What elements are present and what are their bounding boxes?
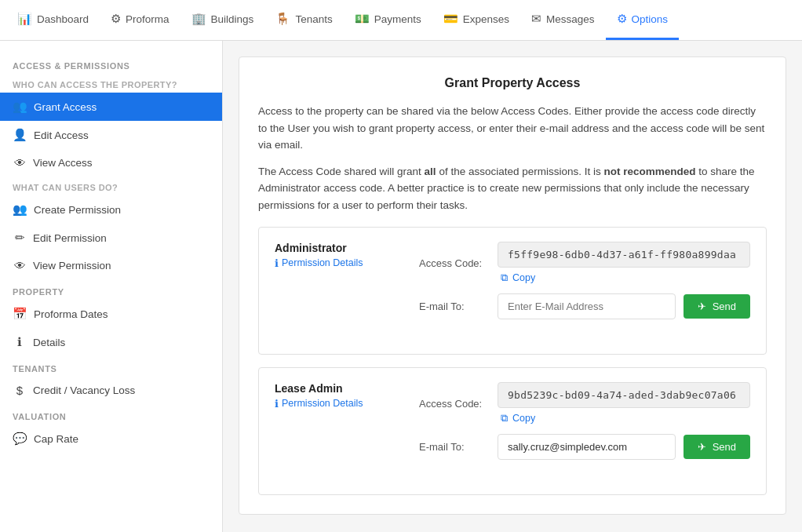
administrator-copy-button[interactable]: Copy: [498, 271, 750, 286]
nav-expenses-label: Expenses: [463, 13, 509, 25]
nav-expenses[interactable]: 💳 Expenses: [432, 0, 520, 40]
sidebar-item-credit-vacancy[interactable]: $ Credit / Vacancy Loss: [0, 377, 222, 404]
sidebar-item-label: Edit Permission: [33, 232, 107, 244]
sidebar-item-label: View Access: [33, 157, 93, 169]
section-valuation-label: Valuation: [0, 404, 222, 425]
section-access-label: Access & Permissions: [0, 53, 222, 74]
sidebar-item-proforma-dates[interactable]: 📅 Proforma Dates: [0, 300, 222, 328]
lease-admin-copy-button[interactable]: Copy: [498, 411, 750, 426]
messages-icon: ✉: [531, 12, 541, 26]
view-access-icon: 👁: [13, 156, 27, 169]
lease-admin-code-row: Access Code: 9bd5239c-bd09-4a74-aded-3da…: [419, 382, 750, 426]
sidebar-item-label: Create Permission: [34, 204, 121, 216]
send-icon-2: [698, 441, 708, 453]
main-content: Grant Property Access Access to the prop…: [223, 41, 802, 532]
dashboard-icon: 📊: [17, 12, 32, 26]
nav-proforma-label: Proforma: [126, 13, 170, 25]
nav-options-label: Options: [632, 13, 669, 25]
top-nav: 📊 Dashboard ⚙ Proforma 🏢 Buildings 🪑 Ten…: [0, 0, 802, 41]
sidebar-item-view-permission[interactable]: 👁 View Permission: [0, 252, 222, 279]
nav-payments[interactable]: 💵 Payments: [344, 0, 432, 40]
expenses-icon: 💳: [443, 12, 458, 26]
sidebar-item-edit-access[interactable]: 👤 Edit Access: [0, 121, 222, 149]
sidebar-item-label: View Permission: [33, 260, 111, 271]
lease-admin-send-button[interactable]: Send: [684, 435, 750, 459]
subsection-who-label: Who Can Access The Property?: [0, 74, 222, 93]
sidebar: Access & Permissions Who Can Access The …: [0, 41, 223, 532]
card-desc-1: Access to the property can be shared via…: [258, 103, 767, 154]
sidebar-item-view-access[interactable]: 👁 View Access: [0, 149, 222, 177]
section-property-label: Property: [0, 279, 222, 300]
copy-icon: [501, 272, 509, 284]
tenants-icon: 🪑: [275, 12, 290, 26]
create-permission-icon: 👥: [13, 202, 27, 217]
sidebar-item-label: Grant Access: [34, 101, 97, 113]
proforma-icon: ⚙: [111, 12, 121, 26]
administrator-email-row: E-mail To: Send: [419, 293, 750, 319]
nav-tenants-label: Tenants: [295, 13, 332, 25]
payments-icon: 💵: [355, 12, 370, 26]
section-tenants-label: Tenants: [0, 356, 222, 377]
info-circle-icon-2: ℹ: [275, 398, 279, 410]
nav-messages[interactable]: ✉ Messages: [520, 0, 606, 40]
nav-tenants[interactable]: 🪑 Tenants: [264, 0, 343, 40]
administrator-send-button[interactable]: Send: [684, 294, 750, 319]
credit-vacancy-icon: $: [13, 384, 27, 397]
send-icon: [698, 301, 708, 312]
nav-payments-label: Payments: [374, 13, 421, 25]
access-code-label: Access Code:: [419, 257, 490, 269]
nav-dashboard-label: Dashboard: [37, 13, 89, 25]
lease-admin-email-row: E-mail To: Send: [419, 434, 750, 460]
sidebar-item-label: Details: [33, 337, 65, 348]
administrator-code-value: f5ff9e98-6db0-4d37-a61f-ff980a899daa: [498, 242, 750, 268]
nav-options[interactable]: ⚙ Options: [606, 0, 680, 40]
cap-rate-icon: 💬: [13, 432, 27, 446]
lease-admin-code-value: 9bd5239c-bd09-4a74-aded-3dab9ec07a06: [498, 382, 750, 408]
sidebar-item-grant-access[interactable]: 👥 Grant Access: [0, 93, 222, 121]
lease-admin-email-label: E-mail To:: [419, 441, 490, 453]
lease-admin-code-label: Access Code:: [419, 398, 490, 410]
options-icon: ⚙: [617, 12, 627, 26]
sidebar-item-label: Edit Access: [34, 129, 89, 141]
nav-messages-label: Messages: [546, 13, 595, 25]
administrator-block: Administrator ℹ Permission Details Acces…: [258, 227, 767, 355]
sidebar-item-edit-permission[interactable]: ✏ Edit Permission: [0, 224, 222, 252]
email-to-label: E-mail To:: [419, 301, 490, 312]
card-title: Grant Property Access: [258, 76, 767, 90]
edit-permission-icon: ✏: [13, 231, 27, 245]
administrator-email-input[interactable]: [498, 293, 676, 319]
sidebar-item-details[interactable]: ℹ Details: [0, 328, 222, 356]
lease-admin-permission-details-link[interactable]: ℹ Permission Details: [275, 398, 400, 410]
edit-access-icon: 👤: [13, 128, 27, 142]
buildings-icon: 🏢: [191, 12, 206, 26]
info-circle-icon: ℹ: [275, 257, 279, 269]
details-icon: ℹ: [13, 335, 27, 349]
subsection-what-label: What Can Users Do?: [0, 177, 222, 195]
nav-buildings-label: Buildings: [211, 13, 254, 25]
proforma-dates-icon: 📅: [13, 307, 27, 321]
lease-admin-block: Lease Admin ℹ Permission Details Access …: [258, 367, 767, 495]
sidebar-item-label: Cap Rate: [34, 433, 78, 445]
administrator-title: Administrator: [275, 242, 400, 254]
view-permission-icon: 👁: [13, 259, 27, 272]
administrator-permission-details-link[interactable]: ℹ Permission Details: [275, 257, 400, 269]
nav-proforma[interactable]: ⚙ Proforma: [100, 0, 180, 40]
grant-access-icon: 👥: [13, 100, 27, 114]
nav-buildings[interactable]: 🏢 Buildings: [180, 0, 265, 40]
nav-dashboard[interactable]: 📊 Dashboard: [6, 0, 100, 40]
copy-icon-2: [501, 413, 509, 425]
card-desc-2: The Access Code shared will grant all of…: [258, 163, 767, 214]
grant-access-card: Grant Property Access Access to the prop…: [239, 56, 786, 515]
lease-admin-email-input[interactable]: [498, 434, 676, 460]
administrator-code-row: Access Code: f5ff9e98-6db0-4d37-a61f-ff9…: [419, 242, 750, 286]
lease-admin-title: Lease Admin: [275, 382, 400, 395]
sidebar-item-create-permission[interactable]: 👥 Create Permission: [0, 195, 222, 224]
sidebar-item-cap-rate[interactable]: 💬 Cap Rate: [0, 425, 222, 453]
sidebar-item-label: Credit / Vacancy Loss: [33, 384, 135, 396]
sidebar-item-label: Proforma Dates: [34, 308, 108, 320]
